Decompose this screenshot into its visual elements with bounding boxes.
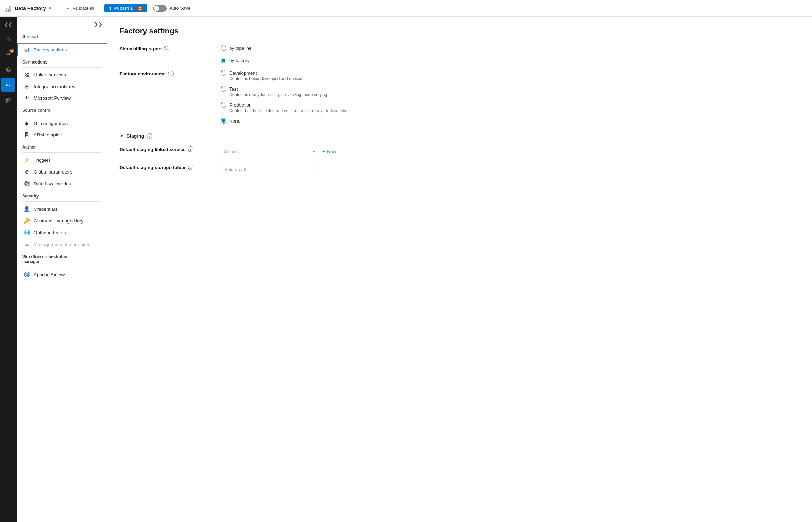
nav-item-microsoft-purview[interactable]: 👁 Microsoft Purview [17, 92, 107, 104]
development-desc: Content is being developed and revised [229, 76, 350, 81]
staging-service-controls: Select... ▾ + New [221, 146, 336, 157]
git-icon: ◆ [23, 120, 30, 126]
topbar-divider [57, 4, 57, 12]
sidebar-item-learn[interactable]: 🎓 [1, 93, 15, 107]
nav-item-credentials[interactable]: 👤 Credentials [17, 203, 107, 215]
factory-environment-controls: Development Content is being developed a… [221, 70, 350, 125]
by-pipeline-radio[interactable] [221, 45, 226, 51]
sidebar-collapse-button[interactable]: ❮❮ [1, 19, 15, 29]
author-badge: 2 [9, 49, 14, 53]
factory-settings-icon: 📊 [23, 47, 30, 53]
test-option[interactable]: Test [221, 86, 350, 92]
nav-item-apache-airflow[interactable]: 🌀 Apache Airflow [17, 269, 107, 280]
factory-env-info-icon[interactable]: i [168, 71, 174, 76]
nav-item-managed-private-endpoints: ☁ Managed private endpoints [17, 238, 107, 250]
billing-report-controls: by pipeline by factory [221, 45, 252, 63]
nav-item-integration-runtimes[interactable]: ⊞ Integration runtimes [17, 81, 107, 92]
sidebar-item-home[interactable]: ⌂ [1, 32, 15, 46]
nav-item-outbound-rules[interactable]: 🌐 Outbound rules [17, 227, 107, 238]
managed-private-endpoints-icon: ☁ [23, 241, 30, 247]
purview-icon: 👁 [23, 95, 30, 101]
staging-folder-row: Default staging storage folder i [119, 164, 799, 175]
billing-report-info-icon[interactable]: i [164, 46, 169, 51]
by-pipeline-option[interactable]: by pipeline [221, 45, 252, 51]
nav-item-git-configuration[interactable]: ◆ Git configuration [17, 117, 107, 129]
nav-item-linked-services[interactable]: ⛓ Linked services [17, 69, 107, 81]
production-option[interactable]: Production [221, 102, 350, 108]
nav-item-global-parameters[interactable]: ⊛ Global parameters [17, 166, 107, 178]
by-factory-radio[interactable] [221, 58, 226, 63]
learn-icon: 🎓 [5, 96, 12, 104]
nav-item-factory-settings[interactable]: 📊 Factory settings [17, 44, 107, 56]
arm-template-icon: 🗄 [23, 132, 30, 138]
new-service-button[interactable]: + New [322, 148, 336, 154]
author-section-label: Author [17, 141, 107, 151]
connections-section-label: Connections [17, 56, 107, 66]
staging-folder-info-icon[interactable]: i [188, 165, 193, 170]
staging-header[interactable]: ▼ Staging i [119, 132, 799, 139]
autosave-label: Auto Save [169, 6, 190, 11]
nav-item-triggers[interactable]: ⚡ Triggers [17, 154, 107, 166]
brand-label: Data Factory [15, 5, 46, 11]
home-icon: ⌂ [7, 35, 10, 43]
staging-service-select[interactable]: Select... ▾ [221, 146, 318, 157]
brand-icon: 📊 [4, 5, 12, 12]
security-section-label: Security [17, 190, 107, 200]
test-desc: Content is ready for testing, previewing… [229, 92, 350, 97]
page-title: Factory settings [119, 26, 799, 35]
production-desc: Content has been tested and verified, an… [229, 108, 350, 113]
sidebar-item-manage[interactable]: 🗂 [1, 78, 15, 92]
nav-sidebar-collapse: ❯❯ [17, 19, 107, 30]
publish-icon: ⬆ [108, 6, 112, 11]
monitor-icon: ◎ [6, 66, 11, 73]
staging-service-info-icon[interactable]: i [188, 146, 193, 152]
toggle-thumb [154, 6, 159, 11]
general-section-label: General [17, 30, 107, 41]
sidebar-item-monitor[interactable]: ◎ [1, 62, 15, 76]
connections-divider [22, 67, 101, 68]
source-control-divider [22, 116, 101, 116]
nav-item-arm-template[interactable]: 🗄 ARM template [17, 129, 107, 141]
brand[interactable]: 📊 Data Factory ▾ [4, 5, 51, 12]
test-option-group: Test Content is ready for testing, previ… [221, 86, 350, 97]
billing-report-label: Show billing report i [119, 45, 210, 51]
apache-airflow-icon: 🌀 [23, 271, 30, 278]
production-radio[interactable] [221, 102, 226, 108]
none-option[interactable]: None [221, 118, 350, 124]
folder-path-input[interactable] [221, 164, 318, 175]
validate-icon: ✓ [67, 6, 71, 11]
validate-all-button[interactable]: ✓ Validate all [63, 4, 99, 12]
author-divider [22, 152, 101, 153]
plus-icon: + [322, 148, 325, 154]
publish-all-button[interactable]: ⬆ Publish all 2 [104, 4, 147, 12]
billing-report-row: Show billing report i by pipeline by fac… [119, 45, 799, 63]
nav-item-data-flow-libraries[interactable]: 📚 Data flow libraries [17, 178, 107, 190]
nav-item-customer-managed-key[interactable]: 🔑 Customer managed key [17, 215, 107, 227]
credentials-icon: 👤 [23, 206, 30, 212]
none-radio[interactable] [221, 118, 226, 124]
security-divider [22, 201, 101, 202]
autosave-toggle[interactable]: Auto Save [153, 5, 190, 12]
nav-collapse-button[interactable]: ❯❯ [93, 21, 102, 27]
none-option-group: None [221, 118, 350, 124]
integration-runtimes-icon: ⊞ [23, 83, 30, 90]
publish-badge: 2 [137, 6, 143, 11]
development-option-group: Development Content is being developed a… [221, 70, 350, 81]
outbound-rules-icon: 🌐 [23, 229, 30, 236]
staging-info-icon[interactable]: i [147, 133, 152, 139]
toggle-track[interactable] [153, 5, 167, 12]
source-control-section-label: Source control [17, 104, 107, 114]
factory-environment-label: Factory environment i [119, 70, 210, 76]
nav-sidebar: ❯❯ General 📊 Factory settings Connection… [17, 17, 107, 522]
by-factory-option[interactable]: by factory [221, 58, 252, 63]
sidebar-item-author[interactable]: ✏ 2 [1, 47, 15, 61]
development-radio[interactable] [221, 70, 226, 76]
brand-chevron-icon: ▾ [49, 6, 51, 11]
topbar: 📊 Data Factory ▾ ✓ Validate all ⬆ Publis… [0, 0, 812, 17]
test-radio[interactable] [221, 86, 226, 92]
customer-managed-key-icon: 🔑 [23, 218, 30, 224]
triggers-icon: ⚡ [23, 157, 30, 163]
manage-icon: 🗂 [6, 82, 11, 88]
staging-folder-label: Default staging storage folder i [119, 164, 210, 170]
development-option[interactable]: Development [221, 70, 350, 76]
